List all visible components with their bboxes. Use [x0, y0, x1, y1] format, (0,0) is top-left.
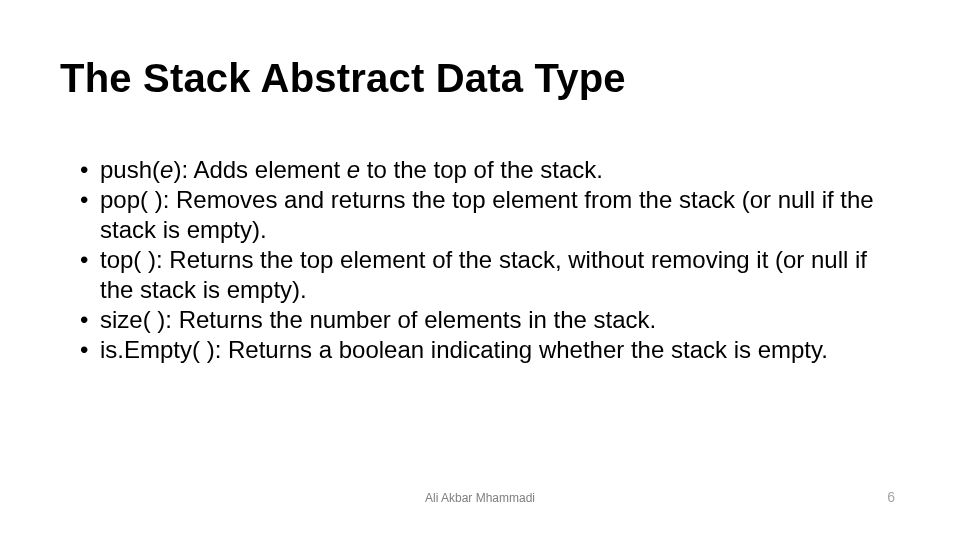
- method-arg: e: [160, 156, 173, 183]
- slide-title: The Stack Abstract Data Type: [60, 56, 626, 100]
- method-desc: : Returns a boolean indicating whether t…: [215, 336, 828, 363]
- footer-author: Ali Akbar Mhammadi: [0, 491, 960, 505]
- list-item: pop( ): Removes and returns the top elem…: [80, 185, 895, 245]
- method-desc: : Returns the number of elements in the …: [165, 306, 656, 333]
- method-name: size( ): [100, 306, 165, 333]
- method-desc: : Adds element: [181, 156, 346, 183]
- list-item: push(e): Adds element e to the top of th…: [80, 155, 895, 185]
- slide-content: push(e): Adds element e to the top of th…: [80, 155, 895, 365]
- method-name: push(: [100, 156, 160, 183]
- method-name: top( ): [100, 246, 156, 273]
- method-name: is.Empty( ): [100, 336, 215, 363]
- list-item: top( ): Returns the top element of the s…: [80, 245, 895, 305]
- method-name: pop( ): [100, 186, 163, 213]
- slide: The Stack Abstract Data Type push(e): Ad…: [0, 0, 960, 540]
- list-item: is.Empty( ): Returns a boolean indicatin…: [80, 335, 895, 365]
- footer-page-number: 6: [887, 489, 895, 505]
- method-desc: : Removes and returns the top element fr…: [100, 186, 874, 243]
- method-desc: : Returns the top element of the stack, …: [100, 246, 867, 303]
- bullet-list: push(e): Adds element e to the top of th…: [80, 155, 895, 365]
- method-desc-em: e: [347, 156, 360, 183]
- list-item: size( ): Returns the number of elements …: [80, 305, 895, 335]
- method-desc: to the top of the stack.: [360, 156, 603, 183]
